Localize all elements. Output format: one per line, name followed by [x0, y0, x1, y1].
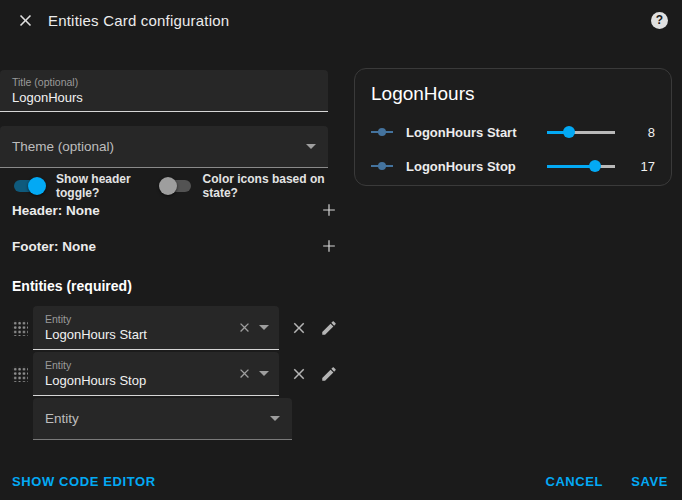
clear-icon[interactable] — [236, 366, 252, 382]
color-icons-toggle-switch[interactable] — [159, 177, 193, 195]
entity-slider[interactable] — [547, 125, 615, 139]
preview-entity-value: 8 — [615, 125, 655, 140]
card-preview: LogonHours LogonHours Start 8 LogonHours… — [354, 68, 672, 186]
entity-combobox[interactable]: Entity LogonHours Start — [33, 306, 279, 350]
save-button[interactable]: SAVE — [631, 474, 668, 489]
clear-icon[interactable] — [236, 320, 252, 336]
remove-entity-icon[interactable] — [288, 317, 310, 339]
chevron-down-icon[interactable] — [259, 325, 269, 330]
color-icons-toggle[interactable]: Color icons based on state? — [159, 172, 340, 200]
entity-combobox-value: LogonHours Stop — [45, 373, 223, 388]
entity-combobox-label: Entity — [45, 313, 223, 325]
show-code-editor-button[interactable]: SHOW CODE EDITOR — [12, 474, 156, 489]
dialog-header: Entities Card configuration ? — [0, 0, 682, 40]
card-preview-title: LogonHours — [371, 83, 655, 105]
remove-entity-icon[interactable] — [288, 363, 310, 385]
add-footer-icon[interactable] — [318, 235, 340, 257]
show-header-toggle-switch[interactable] — [12, 177, 46, 195]
entity-slider[interactable] — [547, 159, 615, 173]
show-header-toggle-label: Show header toggle? — [56, 172, 159, 200]
theme-select[interactable]: Theme (optional) — [0, 126, 328, 168]
theme-select-label: Theme (optional) — [12, 139, 306, 154]
preview-entity-name: LogonHours Start — [406, 125, 547, 140]
entity-row: Entity LogonHours Start — [12, 306, 340, 350]
show-header-toggle[interactable]: Show header toggle? — [12, 172, 159, 200]
chevron-down-icon[interactable] — [259, 371, 269, 376]
title-input-label: Title (optional) — [12, 76, 316, 88]
ray-vertex-icon — [371, 159, 393, 173]
title-input[interactable]: Title (optional) LogonHours — [0, 70, 328, 112]
toggles-row: Show header toggle? Color icons based on… — [12, 172, 340, 200]
drag-handle-icon[interactable] — [12, 320, 28, 336]
add-entity-select[interactable]: Entity — [33, 398, 292, 440]
color-icons-toggle-label: Color icons based on state? — [203, 172, 340, 200]
title-input-value: LogonHours — [12, 90, 316, 105]
dialog-actions: CANCEL SAVE — [545, 474, 668, 489]
edit-entity-icon[interactable] — [318, 317, 340, 339]
preview-entity-name: LogonHours Stop — [406, 159, 547, 174]
entity-row: Entity LogonHours Stop — [12, 352, 340, 396]
cancel-button[interactable]: CANCEL — [545, 474, 603, 489]
close-icon[interactable] — [14, 9, 36, 31]
slider-knob[interactable] — [563, 126, 575, 138]
entity-combobox[interactable]: Entity LogonHours Stop — [33, 352, 279, 396]
entity-combobox-value: LogonHours Start — [45, 327, 223, 342]
edit-entity-icon[interactable] — [318, 363, 340, 385]
slider-knob[interactable] — [589, 160, 601, 172]
help-icon[interactable]: ? — [651, 12, 668, 29]
preview-entity-row: LogonHours Stop 17 — [371, 149, 655, 183]
ray-vertex-icon — [371, 125, 393, 139]
add-entity-select-label: Entity — [45, 411, 270, 426]
entity-combobox-label: Entity — [45, 359, 223, 371]
footer-row: Footer: None — [12, 234, 340, 258]
drag-handle-icon[interactable] — [12, 366, 28, 382]
entities-card-config-dialog: Entities Card configuration ? Title (opt… — [0, 0, 682, 500]
header-row-label: Header: None — [12, 203, 100, 218]
entities-heading: Entities (required) — [12, 278, 132, 294]
chevron-down-icon — [270, 416, 280, 421]
preview-entity-value: 17 — [615, 159, 655, 174]
preview-entity-row: LogonHours Start 8 — [371, 115, 655, 149]
header-row: Header: None — [12, 198, 340, 222]
dialog-title: Entities Card configuration — [48, 12, 229, 29]
chevron-down-icon — [306, 144, 316, 149]
footer-row-label: Footer: None — [12, 239, 96, 254]
add-header-icon[interactable] — [318, 199, 340, 221]
